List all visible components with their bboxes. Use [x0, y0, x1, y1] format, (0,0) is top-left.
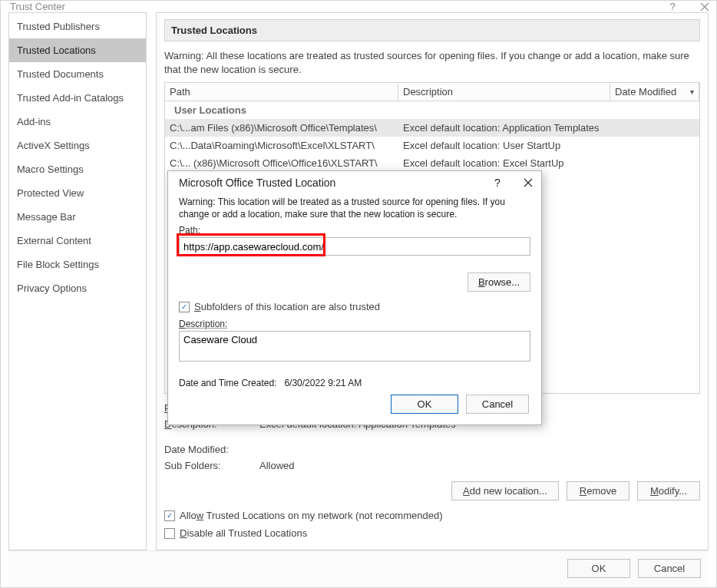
panel-heading: Trusted Locations [164, 19, 700, 41]
detail-sub-label: Sub Folders: [164, 460, 247, 471]
checkbox-icon: ✓ [164, 510, 175, 521]
detail-sub-value: Allowed [259, 460, 295, 471]
browse-button[interactable]: Browse... [468, 273, 530, 292]
add-new-location-button[interactable]: Add new location... [451, 481, 559, 500]
table-row[interactable]: C:\...Data\Roaming\Microsoft\Excel\XLSTA… [165, 137, 699, 154]
date-time-value: 6/30/2022 9:21 AM [284, 378, 362, 388]
sidebar-item-external-content[interactable]: External Content [9, 229, 146, 253]
table-row[interactable]: C:\... (x86)\Microsoft Office\Office16\X… [165, 154, 699, 172]
dialog-title: Microsoft Office Trusted Location [179, 177, 335, 189]
disable-all-checkbox-row[interactable]: Disable all Trusted Locations [164, 524, 700, 542]
checkbox-icon: ✓ [179, 302, 190, 312]
nav-sidebar: Trusted Publishers Trusted Locations Tru… [8, 12, 147, 550]
dialog-titlebar: Microsoft Office Trusted Location ? [168, 171, 541, 194]
window-buttons: OK Cancel [8, 550, 709, 587]
date-time-label: Date and Time Created: [179, 378, 276, 388]
remove-button[interactable]: Remove [567, 481, 629, 500]
modify-button[interactable]: Modify... [637, 481, 700, 500]
group-user-locations: User Locations [165, 101, 699, 119]
path-input[interactable] [179, 237, 530, 256]
col-date-modified[interactable]: Date Modified ▾ [610, 83, 699, 101]
titlebar: Trust Center ? [1, 1, 716, 12]
subfolders-checkbox-row[interactable]: ✓ Subfolders of this location are also t… [179, 298, 530, 315]
sidebar-item-trusted-addin-catalogs[interactable]: Trusted Add-in Catalogs [9, 86, 146, 110]
allow-network-checkbox-row[interactable]: ✓ Allow Trusted Locations on my network … [164, 507, 700, 524]
sidebar-item-activex-settings[interactable]: ActiveX Settings [9, 134, 146, 157]
sidebar-item-privacy-options[interactable]: Privacy Options [9, 276, 146, 300]
sidebar-item-trusted-locations[interactable]: Trusted Locations [9, 38, 146, 62]
close-icon[interactable] [523, 177, 534, 188]
ok-button[interactable]: OK [567, 559, 630, 578]
sidebar-item-trusted-publishers[interactable]: Trusted Publishers [9, 15, 146, 38]
sidebar-item-macro-settings[interactable]: Macro Settings [9, 157, 146, 181]
sidebar-item-add-ins[interactable]: Add-ins [9, 110, 146, 134]
chevron-down-icon: ▾ [690, 88, 694, 96]
col-description[interactable]: Description [398, 83, 610, 101]
description-input[interactable] [179, 331, 530, 362]
close-icon[interactable] [699, 2, 710, 12]
sidebar-item-message-bar[interactable]: Message Bar [9, 205, 146, 229]
cancel-button[interactable]: Cancel [638, 559, 701, 578]
panel-warning: Warning: All these locations are treated… [164, 41, 700, 82]
path-label: Path: [179, 225, 530, 236]
checkbox-icon [164, 528, 175, 539]
sidebar-item-protected-view[interactable]: Protected View [9, 181, 146, 205]
description-label: Description: [179, 319, 530, 329]
sidebar-item-file-block-settings[interactable]: File Block Settings [9, 253, 146, 276]
detail-date-label: Date Modified: [164, 444, 247, 455]
dialog-cancel-button[interactable]: Cancel [466, 395, 529, 414]
help-icon[interactable]: ? [492, 177, 503, 188]
table-row[interactable]: C:\...am Files (x86)\Microsoft Office\Te… [165, 119, 699, 137]
dialog-warning: Warning: This location will be treated a… [179, 196, 530, 220]
window-title: Trust Center [10, 1, 65, 12]
help-icon[interactable]: ? [667, 2, 678, 12]
sidebar-item-trusted-documents[interactable]: Trusted Documents [9, 62, 146, 86]
col-path[interactable]: Path [165, 83, 398, 101]
dialog-ok-button[interactable]: OK [391, 395, 458, 414]
trusted-location-dialog: Microsoft Office Trusted Location ? Warn… [167, 170, 542, 425]
date-time-row: Date and Time Created: 6/30/2022 9:21 AM [179, 378, 530, 388]
